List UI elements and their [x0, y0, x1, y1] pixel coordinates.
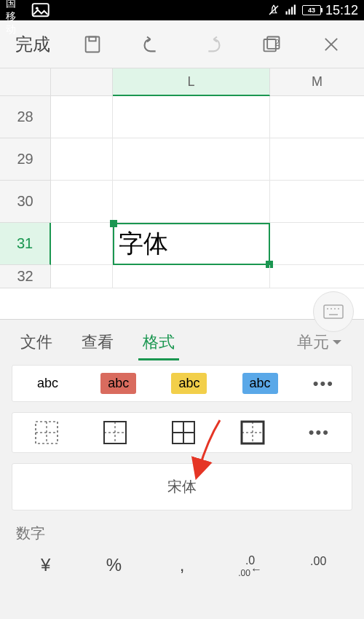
cell[interactable] — [113, 138, 270, 181]
save-button[interactable] — [63, 20, 122, 68]
row-header[interactable]: 29 — [0, 138, 51, 181]
cell[interactable] — [51, 138, 113, 181]
svg-rect-13 — [324, 305, 343, 318]
column-headers: L M — [0, 68, 364, 96]
corner-cell[interactable] — [0, 68, 51, 96]
highlight-more[interactable]: ••• — [313, 374, 334, 393]
border-more[interactable]: ••• — [309, 423, 330, 442]
highlight-red[interactable]: abc — [100, 373, 136, 394]
clock: 15:12 — [325, 3, 358, 18]
silent-icon — [267, 4, 280, 17]
cell-value: 字体 — [119, 227, 168, 261]
keyboard-icon — [323, 304, 344, 319]
col-header-l[interactable]: L — [113, 68, 270, 96]
number-section-title: 数字 — [0, 521, 364, 551]
signal-icon — [285, 4, 298, 17]
highlight-blue[interactable]: abc — [242, 373, 278, 394]
tab-format[interactable]: 格式 — [130, 320, 188, 365]
border-none[interactable] — [34, 420, 59, 445]
done-button[interactable]: 完成 — [3, 20, 63, 68]
svg-rect-4 — [288, 9, 290, 15]
format-panel: 文件 查看 格式 单元 abc abc abc abc ••• ••• 宋体 数 — [0, 319, 364, 619]
cell[interactable] — [51, 181, 113, 223]
spreadsheet[interactable]: L M 28 29 30 31 字体 — [0, 68, 364, 319]
border-section: ••• — [12, 412, 352, 453]
cell[interactable] — [113, 181, 270, 223]
undo-icon — [142, 34, 162, 55]
row-29: 29 — [0, 138, 364, 181]
selection-handle-tl[interactable] — [110, 220, 117, 227]
tabs-count: 2 — [274, 38, 280, 48]
battery-indicator: 43 — [302, 5, 321, 15]
row-header[interactable]: 28 — [0, 96, 51, 138]
cell[interactable] — [51, 265, 113, 288]
highlight-section: abc abc abc abc ••• — [12, 365, 352, 402]
cell[interactable] — [51, 96, 113, 138]
close-button[interactable] — [301, 20, 361, 68]
tab-view[interactable]: 查看 — [68, 320, 127, 365]
tab-file[interactable]: 文件 — [7, 320, 66, 365]
svg-rect-0 — [32, 4, 48, 16]
highlight-none[interactable]: abc — [30, 373, 66, 394]
highlight-yellow[interactable]: abc — [171, 373, 207, 394]
svg-rect-6 — [294, 5, 296, 15]
close-icon — [321, 34, 341, 55]
row-32: 32 — [0, 265, 364, 288]
cell[interactable] — [113, 265, 270, 288]
tabs-button[interactable]: 2 — [242, 20, 301, 68]
svg-rect-3 — [285, 12, 287, 15]
row-31: 31 字体 — [0, 223, 364, 265]
row-30: 30 — [0, 181, 364, 223]
cell[interactable] — [270, 265, 364, 288]
svg-rect-5 — [291, 7, 293, 15]
numfmt-thousands[interactable]: , — [148, 555, 216, 578]
font-selector[interactable]: 宋体 — [12, 463, 352, 510]
toolbar: 完成 2 — [0, 20, 364, 68]
panel-tabs: 文件 查看 格式 单元 — [0, 320, 364, 365]
numfmt-decrease-decimal[interactable]: .0.00← — [216, 555, 285, 578]
border-thick[interactable] — [240, 420, 265, 445]
row-header[interactable]: 31 — [0, 223, 51, 265]
cell[interactable] — [270, 223, 364, 265]
row-header[interactable]: 32 — [0, 265, 51, 288]
cell[interactable] — [270, 138, 364, 181]
undo-button[interactable] — [122, 20, 182, 68]
redo-button[interactable] — [182, 20, 242, 68]
border-outer[interactable] — [103, 420, 127, 445]
svg-rect-7 — [86, 36, 100, 52]
save-icon — [82, 34, 103, 55]
border-all[interactable] — [171, 420, 196, 445]
row-header[interactable]: 30 — [0, 181, 51, 223]
row-28: 28 — [0, 96, 364, 138]
col-header-k[interactable] — [51, 68, 113, 96]
svg-rect-8 — [89, 36, 95, 41]
font-name: 宋体 — [167, 477, 197, 497]
selected-cell[interactable]: 字体 — [113, 223, 270, 265]
col-header-m[interactable]: M — [270, 68, 364, 96]
cell[interactable] — [270, 96, 364, 138]
numfmt-percent[interactable]: % — [80, 555, 149, 578]
status-bar: 中国移动 43 15:12 — [0, 0, 364, 20]
numfmt-increase-decimal[interactable]: .00 — [284, 555, 352, 578]
image-icon — [30, 0, 51, 21]
redo-icon — [202, 34, 222, 55]
cell[interactable] — [51, 223, 113, 265]
chevron-down-icon — [331, 336, 344, 349]
keyboard-fab[interactable] — [313, 291, 354, 332]
number-format-row: ¥ % , .0.00← .00 — [0, 551, 364, 578]
numfmt-currency[interactable]: ¥ — [12, 555, 80, 578]
cell[interactable] — [113, 96, 270, 138]
cell[interactable] — [270, 181, 364, 223]
